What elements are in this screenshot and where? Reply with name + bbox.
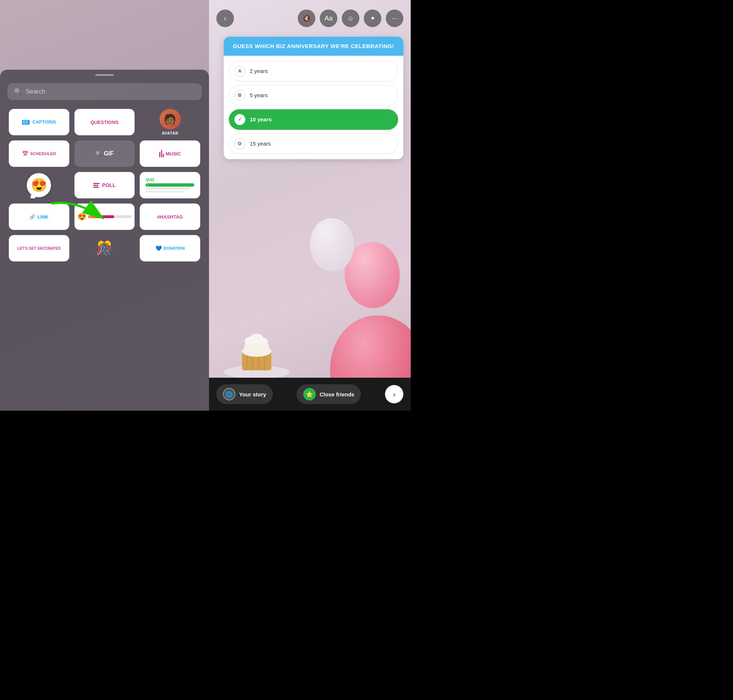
more-button[interactable]: ··· <box>386 10 403 27</box>
questions-label: QUESTIONS <box>91 119 119 125</box>
sticker-music[interactable]: MUSIC <box>140 140 200 167</box>
sticker-avatar[interactable]: 🧑🏾 AVATAR <box>140 109 200 135</box>
captions-label: CC CAPTIONS <box>22 119 56 125</box>
option-c-label: 10 years <box>250 116 272 122</box>
quiz-bar-option3 <box>146 191 184 193</box>
left-top-background <box>0 0 209 74</box>
sticker-questions[interactable]: QUESTIONS <box>74 109 135 135</box>
sticker-link[interactable]: 🔗 LINK <box>9 203 69 230</box>
option-a-circle: A <box>234 66 245 76</box>
your-story-icon: 🌐 <box>223 388 236 400</box>
quiz-option-c[interactable]: ✓ 10 years <box>229 109 398 130</box>
back-button[interactable]: ‹ <box>216 10 234 27</box>
close-friends-icon: ⭐ <box>303 388 316 400</box>
emoji-bubble-icon: 😍 <box>27 173 51 197</box>
link-label: 🔗 LINK <box>29 214 49 220</box>
quiz-card: GUESS WHICH BIZ ANNIVERSARY WE'RE CELEBR… <box>224 37 403 159</box>
confetti-emoji: 🎊 <box>96 241 113 256</box>
next-button[interactable]: › <box>385 385 403 403</box>
sticker-poll[interactable]: POLL <box>74 172 135 199</box>
sticker-scheduled[interactable]: 📅 SCHEDULED <box>9 140 69 167</box>
text-icon: Aa <box>325 15 333 22</box>
sticker-quiz[interactable]: QUIZ ✓ <box>140 172 200 199</box>
option-b-circle: B <box>234 90 245 101</box>
back-icon: ‹ <box>224 15 226 22</box>
search-input-placeholder[interactable]: Search <box>26 88 46 96</box>
sticker-confetti[interactable]: 🎊 <box>74 235 135 262</box>
quiz-bar-option2 <box>146 188 189 190</box>
poll-lines-icon <box>93 183 100 188</box>
close-friends-label: Close friends <box>319 391 354 397</box>
check-icon-small: ✓ <box>147 183 150 187</box>
cupcake-illustration <box>220 308 293 381</box>
quiz-options: A 2 years B 5 years ✓ 10 years <box>224 56 403 159</box>
toolbar-right-buttons: 🔇 Aa ☺ ✦ ··· <box>298 10 403 27</box>
calendar-icon: 📅 <box>22 151 28 157</box>
sticker-lets-get[interactable]: LET'S GET VACCINATED <box>9 235 69 262</box>
quiz-preview: QUIZ ✓ <box>143 175 197 196</box>
sticker-hashtag[interactable]: #HASHTAG <box>140 203 200 230</box>
option-a-label: 2 years <box>250 68 268 74</box>
music-label: MUSIC <box>159 150 181 157</box>
gif-label: 🔍 GIF <box>95 150 114 157</box>
slider-fill <box>88 215 115 218</box>
quiz-option-a[interactable]: A 2 years <box>229 61 398 81</box>
quiz-title: GUESS WHICH BIZ ANNIVERSARY WE'RE CELEBR… <box>231 43 396 50</box>
bubble-tail <box>31 194 35 199</box>
quiz-option-d[interactable]: D 15 years <box>229 134 398 154</box>
sheet-handle <box>95 74 114 76</box>
option-b-label: 5 years <box>250 92 268 98</box>
story-emoji-icon: 🌐 <box>225 391 233 398</box>
quiz-bar-correct: ✓ <box>146 183 194 187</box>
scheduled-label: 📅 SCHEDULED <box>22 151 56 157</box>
sticker-captions[interactable]: CC CAPTIONS <box>9 109 69 135</box>
sticker-sheet: 🔍 Search CC CAPTIONS QUESTIONS 🧑🏾 AVATA <box>0 70 209 411</box>
face-icon: ☺ <box>347 15 354 22</box>
donation-content: 💙 DONATION <box>156 245 185 251</box>
sticker-emoji-bubble[interactable]: 😍 <box>9 172 69 199</box>
sparkle-icon: ✦ <box>370 14 375 22</box>
top-toolbar: ‹ 🔇 Aa ☺ ✦ ··· <box>209 0 411 29</box>
star-icon: ⭐ <box>306 391 313 398</box>
balloon-white <box>310 218 354 271</box>
your-story-button[interactable]: 🌐 Your story <box>216 384 273 404</box>
left-panel: 🔍 Search CC CAPTIONS QUESTIONS 🧑🏾 AVATA <box>0 0 209 411</box>
quiz-header: GUESS WHICH BIZ ANNIVERSARY WE'RE CELEBR… <box>224 37 403 56</box>
poll-label: POLL <box>93 182 115 188</box>
sparkle-button[interactable]: ✦ <box>364 10 381 27</box>
sticker-grid: CC CAPTIONS QUESTIONS 🧑🏾 AVATAR 📅 SCHED <box>7 109 202 262</box>
captions-icon: CC <box>22 120 30 125</box>
option-d-label: 15 years <box>250 140 271 147</box>
face-button[interactable]: ☺ <box>342 10 359 27</box>
lets-get-label: LET'S GET VACCINATED <box>17 246 60 250</box>
search-icon: 🔍 <box>14 88 22 96</box>
checkmark-icon: ✓ <box>238 117 242 122</box>
slider-widget: 😍 <box>77 212 132 221</box>
avatar-emoji: 🧑🏾 <box>163 113 177 125</box>
more-icon: ··· <box>392 15 397 22</box>
link-icon: 🔗 <box>29 214 35 220</box>
sound-icon: 🔇 <box>303 14 311 22</box>
avatar-label: AVATAR <box>162 131 178 135</box>
search-bar[interactable]: 🔍 Search <box>7 83 202 100</box>
option-c-circle: ✓ <box>234 114 245 125</box>
hashtag-label: #HASHTAG <box>157 214 183 220</box>
heart-icon: 💙 <box>156 245 162 251</box>
right-panel: ‹ 🔇 Aa ☺ ✦ ··· GUESS WHICH BIZ ANNIVERSA… <box>209 0 411 411</box>
text-button[interactable]: Aa <box>320 10 337 27</box>
donation-label: DONATION <box>163 246 185 250</box>
sound-button[interactable]: 🔇 <box>298 10 315 27</box>
slider-track <box>88 215 132 218</box>
quiz-option-b[interactable]: B 5 years <box>229 85 398 106</box>
sticker-gif[interactable]: 🔍 GIF <box>74 140 135 167</box>
next-icon: › <box>393 390 396 399</box>
bottom-bar: 🌐 Your story ⭐ Close friends › <box>209 378 411 411</box>
search-small-icon: 🔍 <box>95 151 102 157</box>
music-bars-icon <box>159 150 164 157</box>
sticker-slider[interactable]: 😍 <box>74 203 135 230</box>
svg-point-12 <box>250 334 263 343</box>
sticker-donation[interactable]: 💙 DONATION <box>140 235 200 262</box>
slider-emoji-icon: 😍 <box>77 212 87 221</box>
option-d-circle: D <box>234 138 245 149</box>
close-friends-button[interactable]: ⭐ Close friends <box>297 384 361 404</box>
